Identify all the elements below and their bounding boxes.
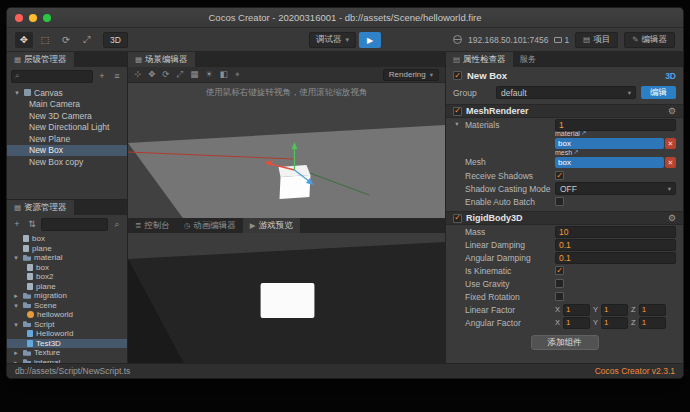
add-component-button[interactable]: 添加组件	[531, 335, 599, 350]
tab-properties[interactable]: ▤ 属性检查器	[446, 52, 513, 67]
debugger-dropdown[interactable]: 调试器 ▾	[309, 32, 356, 48]
rigidbody-header[interactable]: ✓ RigidBody3D ⚙	[446, 211, 683, 225]
mode-3d-toggle[interactable]: 3D	[103, 32, 128, 48]
meshrenderer-enabled-checkbox[interactable]: ✓	[453, 107, 462, 116]
assets-searchbox[interactable]	[41, 218, 108, 231]
angular-factor-y-input[interactable]	[601, 317, 628, 329]
tab-assets[interactable]: ▦ 资源管理器	[7, 200, 74, 215]
expander-icon[interactable]: ▾	[12, 302, 20, 309]
asset-item[interactable]: plane	[7, 282, 127, 292]
group-select[interactable]: default ▾	[496, 86, 636, 99]
create-asset-button[interactable]: +	[11, 218, 23, 230]
pan-icon[interactable]: ✥	[148, 70, 155, 79]
asset-folder-script[interactable]: ▾ Script	[7, 320, 127, 330]
fixed-rotation-label: Fixed Rotation	[465, 292, 551, 302]
hierarchy-item-new-directional-light[interactable]: New Directional Light	[7, 122, 127, 134]
open-editor-button[interactable]: ✎ 编辑器	[624, 32, 675, 48]
rigidbody-enabled-checkbox[interactable]: ✓	[453, 214, 462, 223]
hierarchy-item-canvas[interactable]: ▾ Canvas	[7, 87, 127, 99]
preview-address[interactable]: 192.168.50.101:7456	[468, 35, 548, 45]
expander-icon[interactable]: ▾	[13, 89, 21, 96]
move-tool-button[interactable]: ✥	[15, 32, 33, 48]
tab-animation-editor[interactable]: ◷ 动画编辑器	[177, 218, 243, 233]
open-asset-icon[interactable]: ↗	[581, 130, 586, 137]
asset-item[interactable]: box	[7, 234, 127, 244]
edit-group-button[interactable]: 编辑	[641, 86, 676, 99]
asset-item-script[interactable]: Helloworld	[7, 329, 127, 339]
linear-factor-x-input[interactable]	[563, 304, 590, 316]
create-node-button[interactable]: +	[96, 70, 108, 82]
zoom-window-button[interactable]	[43, 14, 51, 22]
asset-folder-migration[interactable]: ▸ migration	[7, 291, 127, 301]
chevron-down-icon[interactable]: ▾	[453, 121, 461, 128]
close-window-button[interactable]	[15, 14, 23, 22]
asset-item-script-selected[interactable]: Test3D	[7, 339, 127, 349]
asset-item[interactable]: box2	[7, 272, 127, 282]
rotate-view-icon[interactable]: ⟳	[162, 70, 169, 79]
hierarchy-search-input[interactable]	[21, 72, 89, 81]
asset-folder-material[interactable]: ▾ material	[7, 253, 127, 263]
open-asset-icon[interactable]: ↗	[573, 149, 578, 156]
expander-icon[interactable]: ▾	[12, 321, 20, 328]
light-toggle-icon[interactable]: ☀	[205, 70, 213, 79]
tab-services[interactable]: 服务	[513, 52, 544, 67]
angular-factor-x-input[interactable]	[563, 317, 590, 329]
gear-icon[interactable]: ⚙	[668, 107, 676, 116]
gizmo-icon[interactable]: ⊹	[134, 70, 141, 79]
game-preview-area[interactable]	[128, 233, 445, 363]
asset-item[interactable]: box	[7, 263, 127, 273]
expander-icon[interactable]: ▸	[12, 349, 20, 356]
shadow-casting-value: OFF	[560, 184, 577, 194]
rect-tool-button[interactable]: ⬚	[36, 32, 54, 48]
asset-folder-texture[interactable]: ▸ Texture	[7, 348, 127, 358]
mass-input[interactable]	[555, 226, 676, 238]
open-project-button[interactable]: ▤ 项目	[575, 32, 618, 48]
rotate-tool-button[interactable]: ⟳	[57, 32, 75, 48]
shading-toggle-icon[interactable]: ◧	[220, 70, 228, 79]
angular-factor-z-input[interactable]	[639, 317, 666, 329]
hierarchy-item-new-3d-camera[interactable]: New 3D Camera	[7, 110, 127, 122]
scale-tool-button[interactable]: ⤢	[78, 32, 96, 48]
hierarchy-item-new-plane[interactable]: New Plane	[7, 133, 127, 145]
expander-icon[interactable]: ▾	[12, 254, 20, 261]
gear-icon[interactable]: ⚙	[668, 214, 676, 223]
assets-search-button[interactable]: ⌕	[111, 218, 123, 230]
linear-factor-y-input[interactable]	[601, 304, 628, 316]
tab-hierarchy[interactable]: ▦ 层级管理器	[7, 52, 74, 67]
node-active-checkbox[interactable]: ✓	[453, 71, 462, 80]
focus-icon[interactable]: ⌖	[235, 70, 240, 79]
is-kinematic-checkbox[interactable]: ✓	[555, 266, 564, 275]
assets-search-input[interactable]	[45, 220, 104, 229]
zoom-view-icon[interactable]: ⤢	[176, 70, 183, 79]
hierarchy-item-main-camera[interactable]: Main Camera	[7, 99, 127, 111]
scene-viewport[interactable]: 使用鼠标右键旋转视角，使用滚轮缩放视角	[128, 83, 445, 218]
linear-damping-input[interactable]	[555, 239, 676, 251]
asset-item[interactable]: plane	[7, 244, 127, 254]
rendering-dropdown[interactable]: Rendering ▾	[383, 69, 439, 81]
sort-assets-button[interactable]: ⇅	[26, 218, 38, 230]
tab-scene-editor[interactable]: ▦ 场景编辑器	[128, 52, 195, 67]
minimize-window-button[interactable]	[29, 14, 37, 22]
tab-game-preview[interactable]: ▶ 游戏预览	[243, 218, 300, 233]
auto-batch-checkbox[interactable]	[555, 197, 564, 206]
angular-damping-input[interactable]	[555, 252, 676, 264]
hierarchy-item-new-box[interactable]: New Box	[7, 145, 127, 157]
titlebar[interactable]: Cocos Creator - 20200316001 - db://asset…	[7, 8, 683, 28]
clear-mesh-button[interactable]: ✕	[665, 157, 676, 168]
use-gravity-checkbox[interactable]	[555, 279, 564, 288]
expander-icon[interactable]: ▸	[12, 292, 20, 299]
asset-folder-scene[interactable]: ▾ Scene	[7, 301, 127, 311]
meshrenderer-header[interactable]: ✓ MeshRenderer ⚙	[446, 104, 683, 118]
shadow-casting-select[interactable]: OFF ▾	[555, 182, 676, 195]
fixed-rotation-checkbox[interactable]	[555, 292, 564, 301]
grid-toggle-icon[interactable]: ▦	[190, 70, 198, 79]
mesh-asset-field[interactable]: box	[555, 157, 664, 168]
asset-item-scene-file[interactable]: helloworld	[7, 310, 127, 320]
linear-factor-z-input[interactable]	[639, 304, 666, 316]
receive-shadows-checkbox[interactable]: ✓	[555, 171, 564, 180]
hierarchy-item-new-box-copy[interactable]: New Box copy	[7, 156, 127, 168]
hierarchy-menu-button[interactable]: ≡	[111, 70, 123, 82]
tab-console[interactable]: ≣ 控制台	[128, 218, 177, 233]
hierarchy-searchbox[interactable]: ⌕	[11, 70, 93, 83]
play-button[interactable]: ▶	[359, 32, 381, 48]
